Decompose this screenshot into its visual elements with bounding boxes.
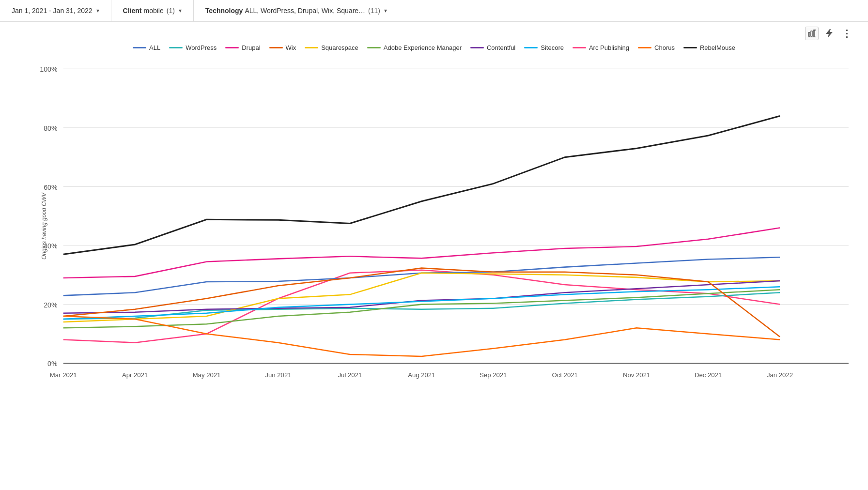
line-chorus	[63, 316, 780, 356]
more-options-icon[interactable]: ⋮	[840, 27, 853, 40]
svg-text:Mar 2021: Mar 2021	[50, 371, 77, 379]
svg-rect-2	[813, 30, 815, 36]
client-count: (1)	[167, 7, 175, 15]
y-axis-title: Origins having good CWV	[41, 192, 47, 259]
svg-text:Jan 2022: Jan 2022	[767, 371, 793, 379]
chart-area: Origins having good CWV 100% 80% 60% 40%…	[39, 59, 853, 393]
legend-item-squarespace: Squarespace	[305, 44, 358, 51]
chart-container: ⋮ ALLWordPressDrupalWixSquarespaceAdobe …	[0, 22, 868, 402]
legend-label: Adobe Experience Manager	[384, 44, 462, 51]
line-arc-publishing	[63, 270, 780, 343]
legend-item-rebelmouse: RebelMouse	[683, 44, 735, 51]
legend-label: Arc Publishing	[589, 44, 629, 51]
tech-count: (11)	[368, 7, 380, 15]
technology-filter[interactable]: Technology ALL, WordPress, Drupal, Wix, …	[194, 0, 399, 21]
chevron-down-icon: ▾	[384, 7, 387, 14]
toolbar: ⋮	[10, 27, 858, 40]
legend-label: Contentful	[487, 44, 515, 51]
legend-item-wix: Wix	[269, 44, 296, 51]
tech-label: Technology	[205, 7, 243, 15]
legend-line	[573, 47, 586, 48]
legend-line	[305, 47, 318, 48]
svg-text:80%: 80%	[44, 124, 58, 132]
chevron-down-icon: ▾	[96, 7, 99, 14]
svg-text:May 2021: May 2021	[193, 371, 221, 379]
legend-item-chorus: Chorus	[638, 44, 675, 51]
legend-item-arc-publishing: Arc Publishing	[573, 44, 629, 51]
bolt-icon[interactable]	[822, 27, 836, 40]
legend-item-wordpress: WordPress	[169, 44, 217, 51]
legend-label: Wix	[286, 44, 296, 51]
legend-line	[133, 47, 146, 48]
client-filter[interactable]: Client mobile (1) ▾	[111, 0, 194, 21]
legend-item-all: ALL	[133, 44, 160, 51]
legend-label: ALL	[149, 44, 160, 51]
svg-text:Aug 2021: Aug 2021	[408, 371, 435, 379]
legend-line	[269, 47, 283, 48]
chart-type-icon[interactable]	[805, 27, 819, 40]
line-contentful	[63, 281, 780, 313]
legend-line	[524, 47, 538, 48]
legend-line	[683, 47, 697, 48]
svg-text:Oct 2021: Oct 2021	[552, 371, 578, 379]
svg-text:20%: 20%	[44, 301, 58, 309]
legend-item-sitecore: Sitecore	[524, 44, 564, 51]
date-range-value: Jan 1, 2021 - Jan 31, 2022	[12, 7, 93, 15]
legend-item-adobe-experience-manager: Adobe Experience Manager	[367, 44, 462, 51]
client-label: Client	[123, 7, 142, 15]
line-chart: 100% 80% 60% 40% 20% 0% Mar 2021 Apr 202…	[39, 59, 853, 393]
legend: ALLWordPressDrupalWixSquarespaceAdobe Ex…	[10, 44, 858, 51]
legend-line	[470, 47, 484, 48]
svg-text:Nov 2021: Nov 2021	[623, 371, 650, 379]
svg-text:0%: 0%	[47, 360, 58, 368]
client-value: mobile	[143, 7, 163, 15]
svg-text:Dec 2021: Dec 2021	[695, 371, 722, 379]
svg-text:Jun 2021: Jun 2021	[265, 371, 291, 379]
svg-text:100%: 100%	[40, 65, 58, 73]
legend-item-contentful: Contentful	[470, 44, 515, 51]
date-range-filter[interactable]: Jan 1, 2021 - Jan 31, 2022 ▾	[0, 0, 111, 21]
svg-rect-1	[811, 31, 812, 36]
legend-line	[169, 47, 183, 48]
legend-label: Drupal	[242, 44, 260, 51]
chevron-down-icon: ▾	[179, 7, 182, 14]
legend-label: Squarespace	[321, 44, 358, 51]
legend-label: WordPress	[186, 44, 217, 51]
svg-text:Apr 2021: Apr 2021	[122, 371, 148, 379]
legend-label: RebelMouse	[700, 44, 735, 51]
legend-item-drupal: Drupal	[225, 44, 260, 51]
top-bar: Jan 1, 2021 - Jan 31, 2022 ▾ Client mobi…	[0, 0, 868, 22]
legend-line	[225, 47, 239, 48]
line-all	[63, 257, 780, 295]
svg-text:Jul 2021: Jul 2021	[338, 371, 362, 379]
svg-text:Sep 2021: Sep 2021	[480, 371, 507, 379]
svg-text:60%: 60%	[44, 184, 58, 191]
legend-line	[638, 47, 651, 48]
svg-rect-0	[808, 32, 810, 36]
tech-value: ALL, WordPress, Drupal, Wix, Square…	[245, 7, 365, 15]
legend-label: Sitecore	[541, 44, 564, 51]
line-rebelmouse	[63, 116, 780, 255]
legend-line	[367, 47, 381, 48]
legend-label: Chorus	[654, 44, 675, 51]
